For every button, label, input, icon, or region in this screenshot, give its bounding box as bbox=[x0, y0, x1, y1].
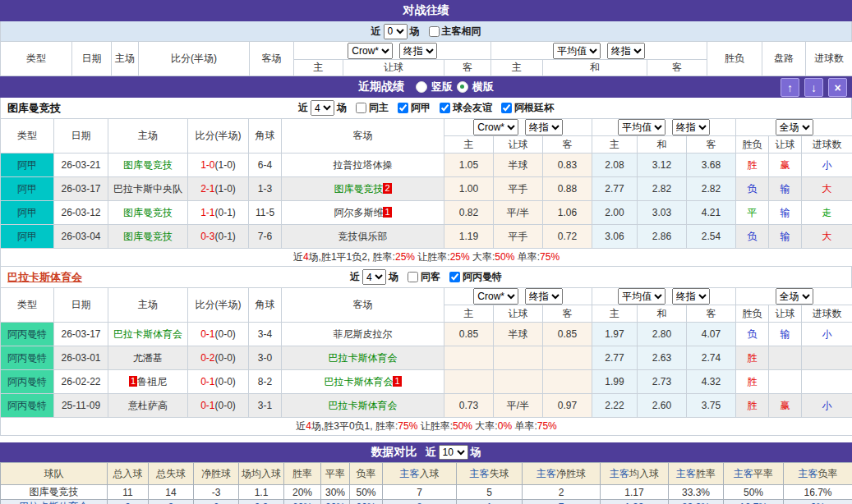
layout-vertical-label: 竖版 bbox=[431, 80, 453, 94]
avg-home: 2.22 bbox=[592, 394, 638, 418]
col-odds-home: 主 bbox=[294, 60, 343, 76]
team1-scope-select[interactable]: 全场 bbox=[776, 119, 813, 135]
col-corner: 角球 bbox=[249, 119, 282, 153]
avg-source-cell: 平均值 终指 bbox=[592, 288, 736, 305]
odds-home: 1.19 bbox=[444, 225, 494, 249]
match-date: 26-03-01 bbox=[54, 346, 108, 370]
filter-label: 阿甲 bbox=[411, 101, 431, 115]
corner-cell: 3-4 bbox=[249, 323, 282, 346]
away-team: 菲尼斯皮拉尔 bbox=[282, 323, 444, 346]
layout-horizontal-radio[interactable] bbox=[457, 81, 468, 93]
odds-home: 0.85 bbox=[444, 323, 494, 346]
team1-avg-select[interactable]: 平均值 bbox=[618, 119, 665, 135]
score-cell: 0-1(0-0) bbox=[188, 394, 249, 418]
games-label: 场 bbox=[410, 25, 420, 39]
team2-avg-select[interactable]: 平均值 bbox=[618, 288, 665, 305]
team1-friendly-checkbox[interactable] bbox=[440, 103, 450, 113]
near-label: 近 bbox=[350, 270, 360, 284]
team1-league-checkbox[interactable] bbox=[398, 103, 408, 113]
match-date: 26-02-22 bbox=[54, 370, 108, 394]
stat-cell: 9 bbox=[108, 500, 149, 504]
scope-cell: 全场 bbox=[736, 288, 852, 305]
col-avg-away: 客 bbox=[687, 136, 736, 153]
col-odds-away: 客 bbox=[543, 136, 592, 153]
h2h-avg-select[interactable]: 平均值 bbox=[553, 43, 601, 59]
team1-avg-time-select[interactable]: 终指 bbox=[672, 119, 710, 135]
table-row: 阿甲 26-03-04 图库曼竞技 0-3(0-1) 7-6 竞技俱乐部 1.1… bbox=[1, 225, 852, 249]
stat-cell: 1.17 bbox=[601, 485, 669, 500]
close-icon[interactable]: × bbox=[828, 78, 847, 97]
stat-cell: 16.7% bbox=[724, 500, 784, 504]
team2-near-select[interactable]: 4 bbox=[362, 269, 386, 285]
match-type: 阿甲 bbox=[1, 225, 54, 249]
near-label: 近 bbox=[371, 25, 381, 39]
team1-samehome-checkbox[interactable] bbox=[356, 103, 366, 113]
red-card-badge: 1 bbox=[393, 376, 401, 387]
col-hg-goals-against: 主客失球 bbox=[457, 463, 523, 485]
odds-source-cell: Crow* 终指 bbox=[444, 288, 592, 305]
table-row: 阿甲 26-03-21 图库曼竞技 1-0(1-0) 6-4 拉普拉塔体操 1.… bbox=[1, 153, 852, 177]
layout-vertical-radio[interactable] bbox=[416, 81, 427, 93]
table-row: 阿甲 26-03-17 巴拉卡斯中央队 2-1(1-0) 1-3 图库曼竞技2 … bbox=[1, 177, 852, 201]
corner-cell: 11-5 bbox=[249, 201, 282, 225]
table-row: 图库曼竞技 11 14 -3 1.1 20% 30% 50% 7 5 2 1.1… bbox=[1, 485, 852, 500]
summary-row: 近4场,胜3平0负1, 胜率:75% 让胜率:50% 大率:0% 单率:75% bbox=[1, 418, 852, 436]
h2h-near-select[interactable]: 0 bbox=[384, 24, 408, 39]
team1-bookmaker-select[interactable]: Crow* bbox=[473, 119, 518, 135]
odds-home: 0.82 bbox=[444, 201, 494, 225]
team2-scope-select[interactable]: 全场 bbox=[776, 288, 813, 305]
score-cell: 1-0(1-0) bbox=[188, 153, 249, 177]
team2-league-checkbox[interactable] bbox=[449, 272, 460, 282]
compare-title: 数据对比 bbox=[371, 445, 417, 460]
home-team: 图库曼竞技 bbox=[108, 201, 188, 225]
avg-draw: 3.03 bbox=[638, 201, 687, 225]
red-card-badge: 2 bbox=[383, 183, 391, 194]
avg-source-cell: 平均值 终指 bbox=[491, 42, 707, 60]
col-date: 日期 bbox=[72, 42, 112, 76]
goals-result-cell bbox=[802, 346, 852, 370]
team1-cup-checkbox[interactable] bbox=[501, 103, 512, 113]
score-cell: 2-1(1-0) bbox=[188, 177, 249, 201]
col-avg-home: 主 bbox=[592, 305, 638, 323]
near-label: 近 bbox=[426, 445, 436, 460]
score-cell: 1-1(0-1) bbox=[188, 201, 249, 225]
avg-draw: 2.86 bbox=[638, 225, 687, 249]
home-team: 图库曼竞技 bbox=[108, 225, 188, 249]
filter-label: 阿根廷杯 bbox=[514, 101, 554, 115]
stat-cell: 20% bbox=[350, 500, 383, 504]
team2-odds-time-select[interactable]: 终指 bbox=[525, 288, 563, 305]
red-card-badge: 1 bbox=[129, 376, 137, 387]
up-arrow-icon[interactable]: ↑ bbox=[781, 78, 799, 97]
same-venue-checkbox[interactable] bbox=[429, 26, 440, 37]
h2h-avg-time-select[interactable]: 终指 bbox=[607, 43, 645, 59]
team2-name[interactable]: 巴拉卡斯体育会 bbox=[7, 270, 82, 285]
team2-avg-time-select[interactable]: 终指 bbox=[672, 288, 710, 305]
away-team: 拉普拉塔体操 bbox=[282, 153, 444, 177]
h2h-odds-time-select[interactable]: 终指 bbox=[399, 43, 437, 59]
team1-odds-time-select[interactable]: 终指 bbox=[525, 119, 563, 135]
layout-horizontal-label: 横版 bbox=[472, 80, 494, 94]
col-result: 胜负 bbox=[736, 136, 769, 153]
stat-cell: 16.7% bbox=[784, 485, 852, 500]
score-cell: 0-2(0-0) bbox=[188, 346, 249, 370]
col-team: 球队 bbox=[1, 463, 108, 485]
col-score: 比分(半场) bbox=[188, 119, 249, 153]
col-odds-home: 主 bbox=[444, 305, 494, 323]
stat-cell: -3 bbox=[194, 485, 239, 500]
down-arrow-icon[interactable]: ↓ bbox=[804, 78, 823, 97]
compare-near-select[interactable]: 10 bbox=[439, 445, 468, 460]
avg-home: 2.08 bbox=[592, 153, 638, 177]
home-team: 图库曼竞技 bbox=[108, 153, 188, 177]
avg-away: 3.75 bbox=[687, 394, 736, 418]
h2h-bookmaker-select[interactable]: Crow* bbox=[348, 43, 393, 59]
col-goals: 进球数 bbox=[806, 42, 852, 76]
team2-bookmaker-select[interactable]: Crow* bbox=[473, 288, 518, 305]
home-team: 巴拉卡斯体育会 bbox=[108, 323, 188, 346]
stat-cell: 20% bbox=[284, 485, 321, 500]
stat-cell: 6 bbox=[194, 500, 239, 504]
team2-sameaway-checkbox[interactable] bbox=[408, 272, 418, 282]
col-hg-goal-diff: 主客净胜球 bbox=[523, 463, 601, 485]
stat-cell: 60% bbox=[284, 500, 321, 504]
team1-near-select[interactable]: 4 bbox=[311, 100, 334, 116]
col-odds-home: 主 bbox=[444, 136, 494, 153]
